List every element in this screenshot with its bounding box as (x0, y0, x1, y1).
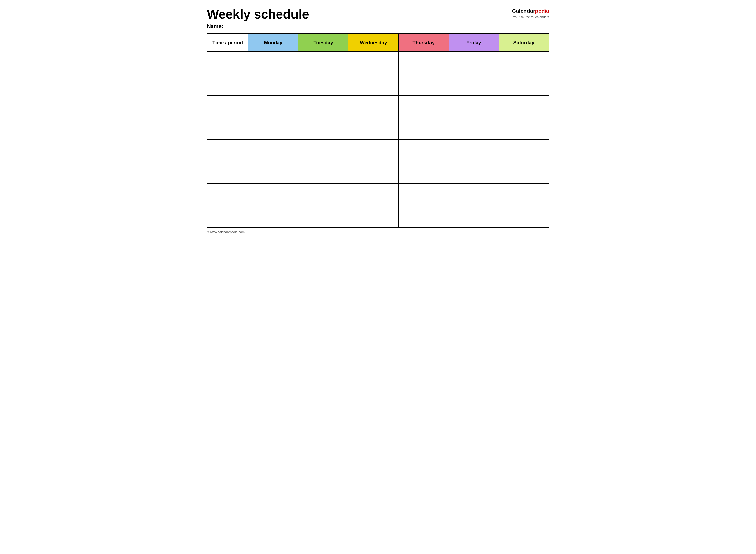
schedule-cell[interactable] (298, 51, 348, 66)
schedule-cell[interactable] (248, 66, 298, 81)
schedule-cell[interactable] (449, 66, 499, 81)
schedule-cell[interactable] (398, 81, 449, 95)
header-row: Weekly schedule Calendarpedia Your sourc… (207, 7, 549, 21)
schedule-cell[interactable] (449, 198, 499, 213)
schedule-cell[interactable] (499, 213, 549, 227)
schedule-cell[interactable] (298, 110, 348, 125)
schedule-cell[interactable] (499, 154, 549, 169)
table-row (207, 81, 549, 95)
schedule-cell[interactable] (499, 95, 549, 110)
time-cell[interactable] (207, 198, 248, 213)
brand-name: Calendarpedia (512, 7, 549, 15)
schedule-cell[interactable] (398, 110, 449, 125)
schedule-cell[interactable] (499, 51, 549, 66)
table-row (207, 110, 549, 125)
schedule-cell[interactable] (348, 169, 398, 183)
schedule-cell[interactable] (248, 51, 298, 66)
table-row (207, 154, 549, 169)
schedule-cell[interactable] (499, 110, 549, 125)
time-cell[interactable] (207, 95, 248, 110)
schedule-cell[interactable] (298, 66, 348, 81)
time-cell[interactable] (207, 213, 248, 227)
schedule-cell[interactable] (499, 183, 549, 198)
col-header-friday: Friday (449, 34, 499, 51)
header-row-table: Time / period Monday Tuesday Wednesday T… (207, 34, 549, 51)
schedule-cell[interactable] (398, 51, 449, 66)
schedule-cell[interactable] (499, 140, 549, 154)
schedule-cell[interactable] (348, 110, 398, 125)
schedule-cell[interactable] (298, 140, 348, 154)
table-row (207, 125, 549, 140)
schedule-cell[interactable] (298, 95, 348, 110)
schedule-cell[interactable] (348, 140, 398, 154)
time-cell[interactable] (207, 140, 248, 154)
schedule-cell[interactable] (298, 81, 348, 95)
schedule-cell[interactable] (449, 169, 499, 183)
schedule-cell[interactable] (398, 125, 449, 140)
schedule-cell[interactable] (348, 51, 398, 66)
time-cell[interactable] (207, 81, 248, 95)
schedule-cell[interactable] (298, 154, 348, 169)
brand-logo: Calendarpedia Your source for calendars (512, 7, 549, 19)
schedule-cell[interactable] (449, 51, 499, 66)
schedule-cell[interactable] (499, 125, 549, 140)
schedule-cell[interactable] (499, 169, 549, 183)
schedule-cell[interactable] (298, 183, 348, 198)
schedule-cell[interactable] (398, 183, 449, 198)
schedule-cell[interactable] (398, 140, 449, 154)
schedule-cell[interactable] (449, 110, 499, 125)
schedule-cell[interactable] (348, 66, 398, 81)
schedule-cell[interactable] (248, 95, 298, 110)
schedule-cell[interactable] (248, 110, 298, 125)
schedule-cell[interactable] (499, 81, 549, 95)
time-cell[interactable] (207, 183, 248, 198)
schedule-cell[interactable] (298, 213, 348, 227)
schedule-cell[interactable] (348, 198, 398, 213)
schedule-cell[interactable] (499, 198, 549, 213)
schedule-cell[interactable] (248, 183, 298, 198)
schedule-cell[interactable] (298, 169, 348, 183)
schedule-cell[interactable] (398, 169, 449, 183)
schedule-cell[interactable] (499, 66, 549, 81)
time-cell[interactable] (207, 169, 248, 183)
time-cell[interactable] (207, 154, 248, 169)
schedule-cell[interactable] (449, 154, 499, 169)
schedule-cell[interactable] (449, 125, 499, 140)
table-row (207, 198, 549, 213)
schedule-cell[interactable] (449, 95, 499, 110)
schedule-cell[interactable] (398, 198, 449, 213)
schedule-cell[interactable] (449, 81, 499, 95)
brand-tagline: Your source for calendars (512, 15, 549, 19)
schedule-cell[interactable] (348, 154, 398, 169)
schedule-cell[interactable] (348, 213, 398, 227)
schedule-cell[interactable] (348, 125, 398, 140)
page-wrapper: Weekly schedule Calendarpedia Your sourc… (207, 7, 549, 234)
schedule-cell[interactable] (348, 183, 398, 198)
time-cell[interactable] (207, 51, 248, 66)
schedule-cell[interactable] (248, 213, 298, 227)
schedule-cell[interactable] (398, 213, 449, 227)
col-header-monday: Monday (248, 34, 298, 51)
time-cell[interactable] (207, 125, 248, 140)
schedule-cell[interactable] (248, 169, 298, 183)
schedule-cell[interactable] (449, 140, 499, 154)
table-row (207, 51, 549, 66)
schedule-cell[interactable] (398, 95, 449, 110)
schedule-cell[interactable] (248, 154, 298, 169)
schedule-cell[interactable] (449, 183, 499, 198)
schedule-cell[interactable] (298, 198, 348, 213)
schedule-cell[interactable] (348, 95, 398, 110)
time-cell[interactable] (207, 110, 248, 125)
schedule-cell[interactable] (449, 213, 499, 227)
schedule-cell[interactable] (248, 125, 298, 140)
schedule-cell[interactable] (298, 125, 348, 140)
schedule-cell[interactable] (398, 66, 449, 81)
schedule-cell[interactable] (248, 140, 298, 154)
schedule-cell[interactable] (398, 154, 449, 169)
schedule-cell[interactable] (248, 81, 298, 95)
col-header-thursday: Thursday (398, 34, 449, 51)
schedule-table: Time / period Monday Tuesday Wednesday T… (207, 34, 549, 228)
schedule-cell[interactable] (248, 198, 298, 213)
schedule-cell[interactable] (348, 81, 398, 95)
time-cell[interactable] (207, 66, 248, 81)
